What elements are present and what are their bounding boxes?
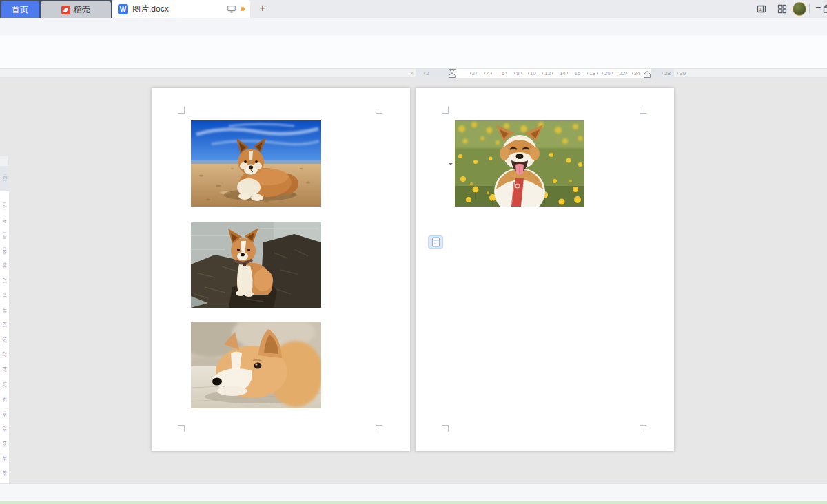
- vruler-tick: 14: [0, 291, 12, 300]
- vruler-tick: 22: [0, 350, 12, 359]
- photo-corgi-beach[interactable]: [191, 120, 321, 207]
- margin-crop-mark: [178, 425, 185, 432]
- tab-docer-label: 稻壳: [74, 4, 90, 16]
- photo-corgi-floor[interactable]: [191, 322, 321, 408]
- hruler-tick: 2: [466, 69, 481, 78]
- hruler-tick: 8: [511, 69, 526, 78]
- hruler-tick: 18: [585, 69, 600, 78]
- vruler-tick: 34: [0, 439, 12, 448]
- new-tab-button[interactable]: +: [256, 2, 269, 16]
- vruler-tick: 38: [0, 469, 12, 478]
- ribbon-toolbar: 粘贴 ✂ 剪切 复制 格式刷 Calibri 三号 A⁺ A⁻ ~文 B I U…: [0, 35, 827, 69]
- margin-crop-mark: [640, 425, 646, 432]
- restore-window-button[interactable]: [822, 3, 827, 14]
- docer-logo-icon: [61, 6, 70, 14]
- paste-options-caret[interactable]: [449, 163, 453, 165]
- bottom-edge-strip: [0, 501, 827, 504]
- vruler-tick: 8: [0, 246, 12, 255]
- vruler-tick: 30: [0, 410, 12, 419]
- horizontal-ruler[interactable]: 4 2 24681012141618202224 28 30: [0, 69, 827, 78]
- vruler-tick: 32: [0, 424, 12, 433]
- tab-home[interactable]: 首页: [1, 1, 39, 18]
- svg-text:1: 1: [759, 7, 762, 12]
- margin-crop-mark: [640, 107, 646, 114]
- hruler-tick: 24: [630, 69, 645, 78]
- status-bar: 页面: 2/2 字数: 0 ✓ 拼写检查 × 文档校对 ✎: [0, 483, 827, 501]
- hruler-ticks: 24681012141618202224: [466, 69, 644, 78]
- window-mode-icon[interactable]: 1: [756, 3, 767, 14]
- tab-document[interactable]: W 图片.docx: [112, 0, 250, 18]
- tab-bar: 首页 稻壳 W 图片.docx + 1 −: [0, 0, 827, 18]
- apps-grid-icon[interactable]: [777, 3, 788, 14]
- photo-corgi-flowers[interactable]: [455, 120, 584, 207]
- hruler-tick: 14: [555, 69, 571, 78]
- margin-crop-mark: [442, 107, 449, 114]
- menu-bar: 文件 ↺ ↻ 开始 插入 页面布局 引用 审阅 视图 章节 开发工具 会员专享 …: [0, 18, 827, 35]
- hruler-tick: 22: [615, 69, 630, 78]
- vruler-tick: 10: [0, 261, 12, 270]
- divider: [809, 4, 810, 14]
- margin-crop-mark: [178, 107, 185, 114]
- vruler-tick: 16: [0, 306, 12, 315]
- minimize-button[interactable]: −: [813, 1, 823, 15]
- vruler-tick: 20: [0, 335, 12, 344]
- vruler-tick: 36: [0, 454, 12, 463]
- vruler-tick: 4: [0, 217, 12, 226]
- unsaved-dot-icon: [241, 7, 245, 11]
- vruler-tick: 6: [0, 231, 12, 240]
- vruler-ticks: 24681012141618202224262830323436384042: [0, 199, 9, 504]
- right-indent-marker[interactable]: [644, 71, 651, 78]
- document-canvas[interactable]: 2 24681012141618202224262830323436384042: [0, 78, 827, 483]
- wps-writer-window: 首页 稻壳 W 图片.docx + 1 − 文件 ↺ ↻ 开始: [0, 0, 827, 504]
- paste-options-page-icon: [431, 237, 440, 247]
- vruler-tick: 2: [0, 202, 12, 211]
- vruler-tick: 24: [0, 365, 12, 374]
- hruler-tick: 16: [570, 69, 585, 78]
- indent-marker[interactable]: [449, 69, 456, 78]
- page-1[interactable]: [152, 88, 410, 451]
- photo-corgi-rocks[interactable]: [191, 222, 321, 308]
- hruler-tick: 4: [481, 69, 496, 78]
- monitor-icon: [227, 4, 236, 14]
- vertical-ruler[interactable]: 2 24681012141618202224262830323436384042: [0, 156, 9, 504]
- margin-crop-mark: [376, 425, 382, 432]
- hruler-tick: 6: [496, 69, 511, 78]
- hruler-tick: 12: [540, 69, 555, 78]
- vruler-tick: 12: [0, 276, 12, 285]
- vruler-tick: 2: [0, 174, 10, 182]
- wps-writer-logo-icon: W: [118, 4, 128, 14]
- page-2[interactable]: [416, 88, 674, 451]
- margin-crop-mark: [376, 107, 382, 114]
- hruler-tick: 10: [525, 69, 540, 78]
- margin-crop-mark: [442, 425, 449, 432]
- tab-docer[interactable]: 稻壳: [41, 1, 111, 18]
- vruler-tick: 28: [0, 395, 12, 403]
- document-tab-title: 图片.docx: [132, 3, 223, 15]
- vruler-tick: 26: [0, 380, 12, 389]
- vruler-tick: 18: [0, 321, 12, 330]
- hruler-tick: 20: [600, 69, 615, 78]
- user-avatar[interactable]: [793, 2, 806, 16]
- paste-options-button[interactable]: [428, 235, 443, 249]
